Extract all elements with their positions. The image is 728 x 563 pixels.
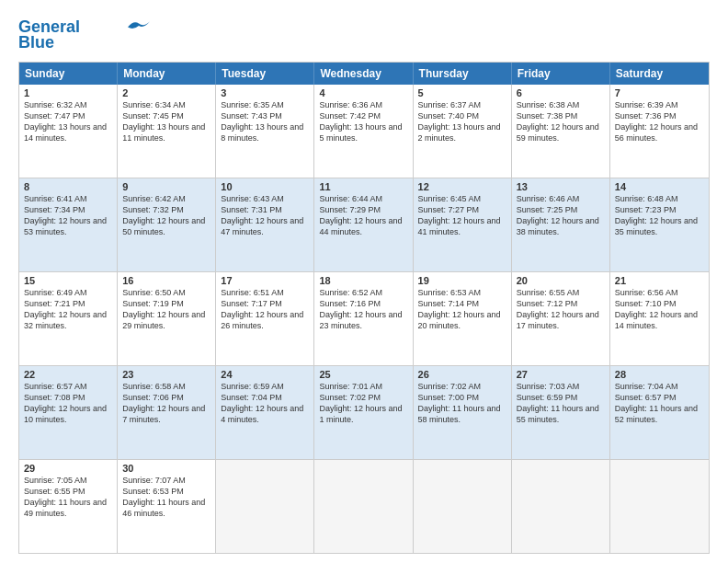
calendar-row-2: 8Sunrise: 6:41 AM Sunset: 7:34 PM Daylig… [19, 178, 709, 271]
day-number: 1 [24, 87, 112, 98]
day-number: 8 [24, 181, 112, 192]
day-number: 29 [24, 463, 112, 474]
calendar: Sunday Monday Tuesday Wednesday Thursday… [18, 62, 710, 554]
day-number: 4 [319, 87, 407, 98]
day-info: Sunrise: 6:48 AM Sunset: 7:23 PM Dayligh… [615, 193, 704, 238]
day-number: 2 [122, 87, 210, 98]
calendar-row-1: 1Sunrise: 6:32 AM Sunset: 7:47 PM Daylig… [19, 85, 709, 178]
day-info: Sunrise: 7:07 AM Sunset: 6:53 PM Dayligh… [122, 475, 210, 520]
day-info: Sunrise: 6:34 AM Sunset: 7:45 PM Dayligh… [122, 99, 210, 144]
calendar-cell: 3Sunrise: 6:35 AM Sunset: 7:43 PM Daylig… [216, 85, 314, 178]
calendar-cell: 20Sunrise: 6:55 AM Sunset: 7:12 PM Dayli… [512, 272, 610, 365]
calendar-cell: 11Sunrise: 6:44 AM Sunset: 7:29 PM Dayli… [314, 178, 413, 271]
day-info: Sunrise: 6:46 AM Sunset: 7:25 PM Dayligh… [517, 193, 605, 238]
day-number: 15 [24, 275, 112, 286]
day-number: 3 [221, 87, 309, 98]
calendar-cell: 26Sunrise: 7:02 AM Sunset: 7:00 PM Dayli… [414, 366, 512, 459]
day-info: Sunrise: 6:52 AM Sunset: 7:16 PM Dayligh… [319, 287, 407, 332]
calendar-cell: 13Sunrise: 6:46 AM Sunset: 7:25 PM Dayli… [512, 178, 610, 271]
day-info: Sunrise: 6:57 AM Sunset: 7:08 PM Dayligh… [24, 381, 112, 426]
day-info: Sunrise: 6:49 AM Sunset: 7:21 PM Dayligh… [24, 287, 112, 332]
calendar-row-3: 15Sunrise: 6:49 AM Sunset: 7:21 PM Dayli… [19, 271, 709, 365]
calendar-cell [610, 460, 709, 553]
calendar-cell: 25Sunrise: 7:01 AM Sunset: 7:02 PM Dayli… [314, 366, 413, 459]
day-number: 28 [615, 369, 704, 380]
day-number: 18 [319, 275, 407, 286]
calendar-cell: 9Sunrise: 6:42 AM Sunset: 7:32 PM Daylig… [118, 178, 216, 271]
header-sunday: Sunday [19, 63, 118, 85]
calendar-cell: 1Sunrise: 6:32 AM Sunset: 7:47 PM Daylig… [19, 85, 118, 178]
day-info: Sunrise: 6:58 AM Sunset: 7:06 PM Dayligh… [122, 381, 210, 426]
day-info: Sunrise: 6:41 AM Sunset: 7:34 PM Dayligh… [24, 193, 112, 238]
header-monday: Monday [118, 63, 216, 85]
day-number: 27 [517, 369, 605, 380]
calendar-cell: 4Sunrise: 6:36 AM Sunset: 7:42 PM Daylig… [314, 85, 413, 178]
calendar-cell [314, 460, 413, 553]
day-info: Sunrise: 6:44 AM Sunset: 7:29 PM Dayligh… [319, 193, 407, 238]
day-number: 23 [122, 369, 210, 380]
day-info: Sunrise: 6:42 AM Sunset: 7:32 PM Dayligh… [122, 193, 210, 238]
day-info: Sunrise: 7:01 AM Sunset: 7:02 PM Dayligh… [319, 381, 407, 426]
day-info: Sunrise: 6:53 AM Sunset: 7:14 PM Dayligh… [418, 287, 506, 332]
day-info: Sunrise: 6:59 AM Sunset: 7:04 PM Dayligh… [221, 381, 309, 426]
calendar-cell: 19Sunrise: 6:53 AM Sunset: 7:14 PM Dayli… [414, 272, 512, 365]
day-number: 24 [221, 369, 309, 380]
day-number: 7 [615, 87, 704, 98]
day-number: 5 [418, 87, 506, 98]
day-number: 25 [319, 369, 407, 380]
header-thursday: Thursday [414, 63, 512, 85]
calendar-cell: 27Sunrise: 7:03 AM Sunset: 6:59 PM Dayli… [512, 366, 610, 459]
day-number: 9 [122, 181, 210, 192]
day-number: 20 [517, 275, 605, 286]
day-info: Sunrise: 7:03 AM Sunset: 6:59 PM Dayligh… [517, 381, 605, 426]
day-number: 10 [221, 181, 309, 192]
day-number: 30 [122, 463, 210, 474]
calendar-cell [216, 460, 314, 553]
day-info: Sunrise: 6:50 AM Sunset: 7:19 PM Dayligh… [122, 287, 210, 332]
logo: General Blue [18, 18, 150, 52]
day-info: Sunrise: 6:32 AM Sunset: 7:47 PM Dayligh… [24, 99, 112, 144]
calendar-cell: 10Sunrise: 6:43 AM Sunset: 7:31 PM Dayli… [216, 178, 314, 271]
day-info: Sunrise: 7:05 AM Sunset: 6:55 PM Dayligh… [24, 475, 112, 520]
header-saturday: Saturday [610, 63, 709, 85]
day-info: Sunrise: 6:36 AM Sunset: 7:42 PM Dayligh… [319, 99, 407, 144]
calendar-cell [414, 460, 512, 553]
calendar-cell [512, 460, 610, 553]
day-info: Sunrise: 6:37 AM Sunset: 7:40 PM Dayligh… [418, 99, 506, 144]
calendar-cell: 14Sunrise: 6:48 AM Sunset: 7:23 PM Dayli… [610, 178, 709, 271]
day-info: Sunrise: 7:02 AM Sunset: 7:00 PM Dayligh… [418, 381, 506, 426]
day-number: 22 [24, 369, 112, 380]
calendar-cell: 7Sunrise: 6:39 AM Sunset: 7:36 PM Daylig… [610, 85, 709, 178]
calendar-cell: 30Sunrise: 7:07 AM Sunset: 6:53 PM Dayli… [118, 460, 216, 553]
calendar-cell: 23Sunrise: 6:58 AM Sunset: 7:06 PM Dayli… [118, 366, 216, 459]
header-tuesday: Tuesday [216, 63, 314, 85]
logo-blue: Blue [18, 33, 54, 52]
day-info: Sunrise: 6:45 AM Sunset: 7:27 PM Dayligh… [418, 193, 506, 238]
logo-bird-icon [128, 19, 150, 32]
page: General Blue Sunday Monday Tuesday Wedne… [0, 0, 728, 563]
calendar-header: Sunday Monday Tuesday Wednesday Thursday… [19, 63, 709, 85]
day-info: Sunrise: 6:43 AM Sunset: 7:31 PM Dayligh… [221, 193, 309, 238]
day-number: 26 [418, 369, 506, 380]
header-wednesday: Wednesday [314, 63, 413, 85]
day-number: 17 [221, 275, 309, 286]
day-info: Sunrise: 6:38 AM Sunset: 7:38 PM Dayligh… [517, 99, 605, 144]
calendar-cell: 24Sunrise: 6:59 AM Sunset: 7:04 PM Dayli… [216, 366, 314, 459]
day-number: 12 [418, 181, 506, 192]
day-info: Sunrise: 6:55 AM Sunset: 7:12 PM Dayligh… [517, 287, 605, 332]
calendar-row-4: 22Sunrise: 6:57 AM Sunset: 7:08 PM Dayli… [19, 365, 709, 459]
calendar-cell: 2Sunrise: 6:34 AM Sunset: 7:45 PM Daylig… [118, 85, 216, 178]
calendar-cell: 21Sunrise: 6:56 AM Sunset: 7:10 PM Dayli… [610, 272, 709, 365]
calendar-cell: 8Sunrise: 6:41 AM Sunset: 7:34 PM Daylig… [19, 178, 118, 271]
day-number: 13 [517, 181, 605, 192]
calendar-cell: 12Sunrise: 6:45 AM Sunset: 7:27 PM Dayli… [414, 178, 512, 271]
calendar-cell: 16Sunrise: 6:50 AM Sunset: 7:19 PM Dayli… [118, 272, 216, 365]
day-number: 19 [418, 275, 506, 286]
calendar-cell: 29Sunrise: 7:05 AM Sunset: 6:55 PM Dayli… [19, 460, 118, 553]
calendar-cell: 28Sunrise: 7:04 AM Sunset: 6:57 PM Dayli… [610, 366, 709, 459]
day-number: 16 [122, 275, 210, 286]
day-number: 6 [517, 87, 605, 98]
calendar-body: 1Sunrise: 6:32 AM Sunset: 7:47 PM Daylig… [19, 85, 709, 553]
header: General Blue [18, 15, 710, 52]
day-info: Sunrise: 6:51 AM Sunset: 7:17 PM Dayligh… [221, 287, 309, 332]
